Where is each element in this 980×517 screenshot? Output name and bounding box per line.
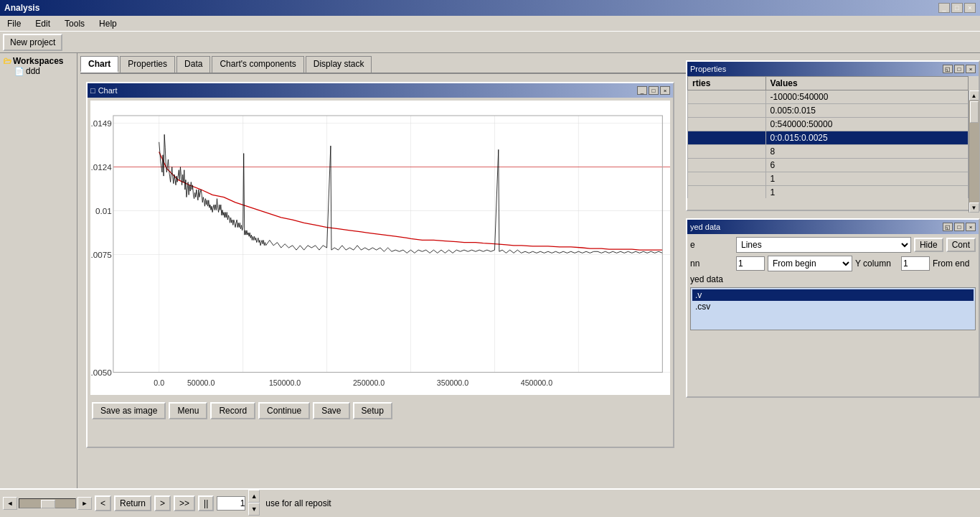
minimize-btn[interactable]: _ xyxy=(938,3,950,13)
chart-win-buttons: _ □ × xyxy=(637,86,670,95)
value-cell: 0:0.015:0.0025 xyxy=(765,131,968,145)
h-scroll-thumb[interactable] xyxy=(41,500,55,508)
page-number-input[interactable] xyxy=(217,496,245,511)
tab-display-stack[interactable]: Display stack xyxy=(306,56,372,73)
chart-win-minimize[interactable]: _ xyxy=(637,86,647,95)
nav-pause-btn[interactable]: || xyxy=(198,495,214,511)
tab-data[interactable]: Data xyxy=(176,56,210,73)
cont-button[interactable]: Cont xyxy=(946,238,976,252)
data-panel-win-buttons: ◱ □ × xyxy=(943,223,976,231)
data-list-item-csv[interactable]: .csv xyxy=(692,301,974,312)
nav-less-btn[interactable]: < xyxy=(95,495,111,511)
properties-title: Properties xyxy=(690,65,726,73)
properties-win-close[interactable]: × xyxy=(966,65,976,73)
chart-win-close[interactable]: × xyxy=(660,86,670,95)
from-begin-select[interactable]: From begin xyxy=(768,256,852,271)
table-row[interactable]: -10000:540000 xyxy=(688,90,969,104)
bottom-info-text: use for all reposit xyxy=(265,498,331,508)
v-scroll-up[interactable]: ▲ xyxy=(248,490,260,503)
y-col-input[interactable] xyxy=(901,256,930,271)
svg-text:450000.0: 450000.0 xyxy=(521,378,552,387)
setup-button[interactable]: Setup xyxy=(353,402,392,419)
value-cell: 0.005:0.015 xyxy=(765,104,968,118)
v-scroll-down[interactable]: ▼ xyxy=(248,503,260,516)
sidebar-workspaces-label: Workspaces xyxy=(13,56,63,66)
menu-button[interactable]: Menu xyxy=(169,402,207,419)
table-row[interactable]: 0.005:0.015 xyxy=(688,104,969,118)
properties-panel: Properties ◱ □ × rties Values xyxy=(686,60,980,211)
chart-window-title-text: Chart xyxy=(98,86,118,95)
prop-cell xyxy=(688,186,766,199)
tab-chart[interactable]: Chart xyxy=(80,56,118,73)
h-scroll-right[interactable]: ► xyxy=(77,497,92,510)
values-col-header: Values xyxy=(765,77,968,90)
from-col-label: nn xyxy=(690,258,733,269)
scroll-thumb[interactable] xyxy=(970,101,979,123)
save-button[interactable]: Save xyxy=(313,402,349,419)
table-row[interactable]: 1 xyxy=(688,186,969,199)
data-panel-close[interactable]: × xyxy=(966,223,976,231)
properties-win-maximize[interactable]: □ xyxy=(954,65,964,73)
doc-icon: 📄 xyxy=(14,67,24,76)
record-button[interactable]: Record xyxy=(210,402,255,419)
hide-button[interactable]: Hide xyxy=(914,238,943,252)
title-bar-buttons: _ □ × xyxy=(938,3,976,13)
value-cell: -10000:540000 xyxy=(765,90,968,104)
properties-scrollbar: ▲ ▼ xyxy=(969,90,979,213)
continue-button[interactable]: Continue xyxy=(258,402,310,419)
svg-rect-24 xyxy=(113,116,662,372)
sidebar-group-workspaces: 🗁 Workspaces 📄 ddd xyxy=(3,56,74,76)
close-btn[interactable]: × xyxy=(964,3,976,13)
data-list-item-v[interactable]: .v xyxy=(692,289,974,301)
menu-bar: File Edit Tools Help xyxy=(0,16,980,32)
menu-file[interactable]: File xyxy=(3,17,25,30)
table-row[interactable]: 0:540000:50000 xyxy=(688,118,969,131)
nav-double-greater-btn[interactable]: >> xyxy=(174,495,195,511)
data-panel-content: e Lines Hide Cont nn From begin Y column… xyxy=(687,234,979,335)
data-panel-maximize[interactable]: □ xyxy=(954,223,964,231)
v-scroll-page: ▲ ▼ xyxy=(248,490,260,517)
table-row[interactable]: 0:0.015:0.0025 xyxy=(688,131,969,145)
menu-edit[interactable]: Edit xyxy=(31,17,55,30)
title-bar-text: Analysis xyxy=(4,3,39,13)
value-cell: 1 xyxy=(765,172,968,186)
scroll-track xyxy=(969,101,979,202)
chart-win-restore[interactable]: □ xyxy=(649,86,659,95)
svg-text:0.0050: 0.0050 xyxy=(90,368,112,377)
svg-text:0.0124: 0.0124 xyxy=(90,162,112,172)
chart-svg: 0.0149 0.0124 0.01 0.0075 0.0050 0.0 500… xyxy=(90,101,670,395)
properties-win-restore2[interactable]: ◱ xyxy=(943,65,953,73)
data-panel-titlebar: yed data ◱ □ × xyxy=(687,220,979,234)
svg-text:0.0075: 0.0075 xyxy=(90,250,112,259)
menu-tools[interactable]: Tools xyxy=(60,17,89,30)
menu-help[interactable]: Help xyxy=(95,17,121,30)
new-project-button[interactable]: New project xyxy=(3,34,62,51)
chart-window: □ Chart _ □ × xyxy=(86,82,674,448)
h-scroll-left[interactable]: ◄ xyxy=(3,497,17,510)
scroll-down-arrow[interactable]: ▼ xyxy=(969,202,979,213)
data-type-dropdown[interactable]: Lines xyxy=(736,237,911,253)
content-panel: Chart Properties Data Chart's components… xyxy=(77,53,980,517)
tab-chart-components[interactable]: Chart's components xyxy=(212,56,303,73)
tab-properties[interactable]: Properties xyxy=(120,56,175,73)
return-btn[interactable]: Return xyxy=(114,495,151,511)
table-row[interactable]: 1 xyxy=(688,172,969,186)
sidebar: 🗁 Workspaces 📄 ddd xyxy=(0,53,77,517)
table-row[interactable]: 8 xyxy=(688,145,969,159)
nav-greater-btn[interactable]: > xyxy=(154,495,171,511)
chart-window-title-area: □ Chart xyxy=(90,86,118,95)
prop-cell xyxy=(688,131,766,145)
from-end-label: From end xyxy=(933,258,976,269)
data-panel-restore2[interactable]: ◱ xyxy=(943,223,953,231)
table-row[interactable]: 6 xyxy=(688,159,969,172)
from-col-input[interactable] xyxy=(736,256,765,271)
save-as-image-button[interactable]: Save as image xyxy=(92,402,166,419)
svg-text:0.0: 0.0 xyxy=(154,378,164,387)
chart-body: 0.0149 0.0124 0.01 0.0075 0.0050 0.0 500… xyxy=(90,101,670,395)
prop-cell xyxy=(688,118,766,131)
scroll-up-arrow[interactable]: ▲ xyxy=(969,90,979,101)
sidebar-item-ddd[interactable]: 📄 ddd xyxy=(3,66,74,76)
prop-col-header: rties xyxy=(688,77,766,90)
maximize-btn[interactable]: □ xyxy=(951,3,963,13)
main-area: 🗁 Workspaces 📄 ddd Chart Properties Data… xyxy=(0,53,980,517)
